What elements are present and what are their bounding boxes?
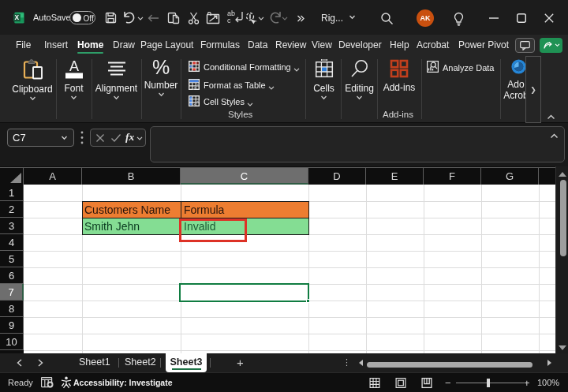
svg-text:X: X [15, 13, 20, 21]
svg-text:A: A [69, 58, 78, 74]
